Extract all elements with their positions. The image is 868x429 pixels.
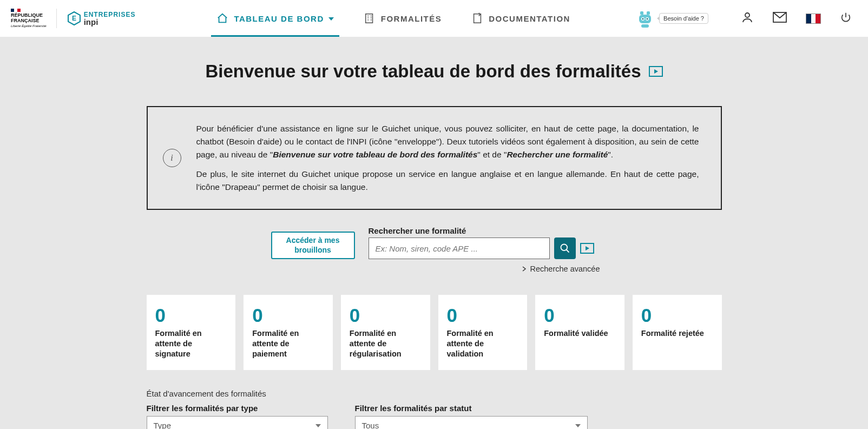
- chevron-down-icon: [315, 424, 321, 427]
- info-icon: i: [163, 149, 181, 167]
- france-flag-icon: [11, 9, 21, 12]
- svg-rect-2: [365, 14, 372, 23]
- svg-rect-10: [647, 11, 650, 15]
- filter-status-value: Tous: [362, 421, 379, 429]
- stat-value: 0: [252, 305, 324, 326]
- app-header: RÉPUBLIQUE FRANÇAISE Liberté Égalité Fra…: [0, 0, 868, 37]
- info-em2: Rechercher une formalité: [507, 150, 608, 159]
- stat-card-rejected[interactable]: 0 Formalité rejetée: [633, 295, 722, 370]
- search-icon: [560, 243, 570, 254]
- stat-value: 0: [447, 305, 519, 326]
- building-icon: [364, 12, 376, 24]
- filter-type-select[interactable]: Type: [147, 416, 328, 429]
- svg-point-12: [745, 13, 749, 17]
- power-icon[interactable]: [840, 11, 852, 25]
- inpi-logo: E ENTREPRISES inpi: [67, 11, 136, 26]
- stat-value: 0: [641, 305, 713, 326]
- svg-rect-4: [639, 15, 651, 23]
- info-em1: Bienvenue sur votre tableau de bord des …: [273, 150, 477, 159]
- filter-type-label: Filtrer les formalités par type: [147, 404, 328, 413]
- svg-point-14: [561, 245, 567, 251]
- stat-label: Formalité en attente de régularisation: [350, 328, 422, 359]
- inpi-top: ENTREPRISES: [84, 11, 136, 18]
- svg-rect-9: [640, 11, 643, 15]
- progress-title: État d'avancement des formalités: [147, 389, 722, 398]
- hexagon-icon: E: [67, 11, 82, 26]
- filter-type-value: Type: [154, 421, 172, 429]
- search-input[interactable]: [369, 237, 550, 259]
- stat-card-regularisation[interactable]: 0 Formalité en attente de régularisation: [341, 295, 430, 370]
- main-content: Bienvenue sur votre tableau de bord des …: [0, 37, 868, 429]
- stat-value: 0: [544, 305, 616, 326]
- nav-documentation[interactable]: DOCUMENTATION: [471, 0, 570, 37]
- video-tutorial-icon[interactable]: [580, 243, 594, 254]
- stat-label: Formalité en attente de validation: [447, 328, 519, 359]
- svg-point-7: [642, 18, 644, 20]
- robot-icon: [634, 7, 656, 30]
- nav-documentation-label: DOCUMENTATION: [489, 14, 570, 23]
- search-row: Accéder à mes brouillons Rechercher une …: [147, 226, 722, 259]
- divider: [56, 9, 57, 28]
- stat-label: Formalité en attente de paiement: [252, 328, 324, 359]
- chevron-down-icon: [328, 17, 334, 21]
- info-text: Pour bénéficier d'une assistance en lign…: [196, 122, 699, 194]
- home-icon: [216, 12, 228, 24]
- nav-dashboard[interactable]: TABLEAU DE BORD: [216, 0, 333, 37]
- header-icons: [741, 11, 852, 26]
- progress-section: État d'avancement des formalités Filtrer…: [147, 389, 722, 429]
- info-p1b: " et de ": [477, 150, 507, 159]
- svg-text:E: E: [72, 15, 76, 22]
- info-p1c: ".: [608, 150, 613, 159]
- search-label: Rechercher une formalité: [369, 226, 594, 235]
- stat-label: Formalité en attente de signature: [155, 328, 227, 359]
- language-flag-button[interactable]: [806, 14, 821, 24]
- marianne-line2: FRANÇAISE: [11, 18, 47, 23]
- info-p2: De plus, le site internet du Guichet uni…: [196, 168, 699, 194]
- stat-card-signature[interactable]: 0 Formalité en attente de signature: [147, 295, 236, 370]
- drafts-button[interactable]: Accéder à mes brouillons: [271, 232, 355, 259]
- main-nav: TABLEAU DE BORD FORMALITÉS DOCUMENTATION: [162, 0, 617, 37]
- search-button[interactable]: [554, 237, 576, 259]
- stat-card-payment[interactable]: 0 Formalité en attente de paiement: [244, 295, 333, 370]
- nav-dashboard-label: TABLEAU DE BORD: [234, 14, 324, 23]
- stat-value: 0: [350, 305, 422, 326]
- marianne-logo: RÉPUBLIQUE FRANÇAISE Liberté Égalité Fra…: [11, 9, 47, 28]
- logo-block: RÉPUBLIQUE FRANÇAISE Liberté Égalité Fra…: [11, 9, 135, 28]
- stat-card-validated[interactable]: 0 Formalité validée: [535, 295, 624, 370]
- stat-value: 0: [155, 305, 227, 326]
- stat-label: Formalité rejetée: [641, 328, 713, 339]
- chatbot-help-bubble: Besoin d'aide ?: [659, 13, 708, 24]
- chevron-right-icon: [522, 266, 527, 272]
- chatbot-button[interactable]: Besoin d'aide ?: [634, 7, 708, 30]
- advanced-search-link[interactable]: Recherche avancée: [147, 265, 722, 273]
- stats-row: 0 Formalité en attente de signature 0 Fo…: [147, 295, 722, 370]
- svg-rect-11: [641, 24, 649, 28]
- page-title: Bienvenue sur votre tableau de bord des …: [205, 61, 641, 82]
- video-tutorial-icon[interactable]: [649, 66, 663, 77]
- chevron-down-icon: [575, 424, 581, 427]
- filter-status-select[interactable]: Tous: [355, 416, 588, 429]
- advanced-search-label: Recherche avancée: [530, 265, 600, 273]
- stat-card-validation[interactable]: 0 Formalité en attente de validation: [438, 295, 528, 370]
- nav-formalities-label: FORMALITÉS: [381, 14, 442, 23]
- document-icon: [471, 12, 483, 24]
- page-title-row: Bienvenue sur votre tableau de bord des …: [0, 61, 868, 82]
- marianne-motto: Liberté Égalité Fraternité: [11, 24, 47, 28]
- mail-icon[interactable]: [773, 12, 787, 25]
- svg-point-8: [647, 18, 648, 20]
- user-icon[interactable]: [741, 11, 754, 26]
- inpi-bot: inpi: [84, 18, 136, 26]
- info-box: i Pour bénéficier d'une assistance en li…: [147, 106, 722, 210]
- filter-status-label: Filtrer les formalités par statut: [355, 404, 588, 413]
- stat-label: Formalité validée: [544, 328, 616, 339]
- filters-row: Filtrer les formalités par type Type Fil…: [147, 404, 722, 429]
- nav-formalities[interactable]: FORMALITÉS: [364, 0, 442, 37]
